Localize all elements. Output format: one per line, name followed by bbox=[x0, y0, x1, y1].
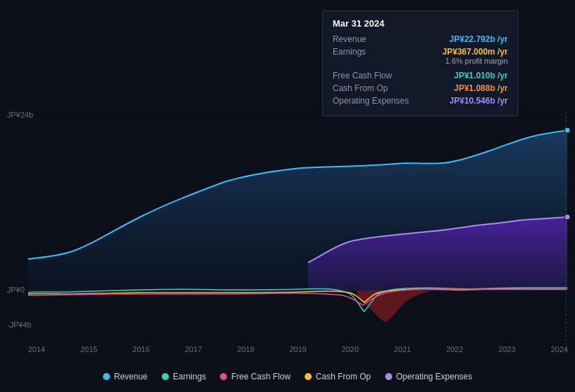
legend-item-opex[interactable]: Operating Expenses bbox=[385, 372, 473, 382]
legend-dot-revenue bbox=[103, 373, 110, 380]
y-label-zero: JP¥0 bbox=[7, 286, 25, 294]
x-label-2018: 2018 bbox=[237, 345, 254, 354]
legend-dot-fcf bbox=[220, 373, 227, 380]
legend-item-revenue[interactable]: Revenue bbox=[103, 372, 148, 382]
legend-label-opex: Operating Expenses bbox=[396, 372, 473, 382]
x-label-2016: 2016 bbox=[132, 345, 149, 354]
x-label-2019: 2019 bbox=[289, 345, 306, 354]
x-label-2014: 2014 bbox=[28, 345, 45, 354]
tooltip-value-cashop: JP¥1.088b /yr bbox=[454, 83, 508, 93]
tooltip-label-opex: Operating Expenses bbox=[333, 96, 417, 106]
legend-dot-opex bbox=[385, 373, 392, 380]
legend: Revenue Earnings Free Cash Flow Cash Fro… bbox=[0, 372, 575, 382]
legend-label-revenue: Revenue bbox=[114, 372, 148, 382]
tooltip: Mar 31 2024 Revenue JP¥22.792b /yr Earni… bbox=[322, 10, 518, 116]
tooltip-label-cashop: Cash From Op bbox=[333, 83, 417, 93]
x-label-2022: 2022 bbox=[446, 345, 463, 354]
tooltip-row-revenue: Revenue JP¥22.792b /yr bbox=[333, 34, 508, 44]
tooltip-row-cashop: Cash From Op JP¥1.088b /yr bbox=[333, 83, 508, 93]
x-label-2023: 2023 bbox=[499, 345, 515, 354]
legend-item-fcf[interactable]: Free Cash Flow bbox=[220, 372, 291, 382]
y-label-top: JP¥24b bbox=[7, 111, 33, 119]
tooltip-value-opex: JP¥10.546b /yr bbox=[450, 96, 508, 106]
tooltip-date: Mar 31 2024 bbox=[333, 18, 508, 29]
svg-point-4 bbox=[564, 127, 570, 133]
tooltip-value-fcf: JP¥1.010b /yr bbox=[454, 71, 508, 80]
tooltip-label-fcf: Free Cash Flow bbox=[333, 71, 417, 80]
tooltip-value-revenue: JP¥22.792b /yr bbox=[450, 34, 508, 44]
legend-dot-cashop bbox=[305, 373, 312, 380]
tooltip-sub-earnings: 1.6% profit margin bbox=[443, 57, 508, 65]
x-label-2024: 2024 bbox=[550, 345, 567, 354]
legend-dot-earnings bbox=[162, 373, 169, 380]
x-label-2017: 2017 bbox=[185, 345, 202, 354]
legend-item-cashop[interactable]: Cash From Op bbox=[305, 372, 371, 382]
tooltip-label-earnings: Earnings bbox=[333, 47, 417, 57]
legend-label-fcf: Free Cash Flow bbox=[231, 372, 291, 382]
tooltip-row-fcf: Free Cash Flow JP¥1.010b /yr bbox=[333, 71, 508, 80]
tooltip-value-earnings: JP¥367.000m /yr bbox=[443, 47, 508, 57]
x-label-2020: 2020 bbox=[342, 345, 359, 354]
tooltip-row-opex: Operating Expenses JP¥10.546b /yr bbox=[333, 96, 508, 106]
legend-label-earnings: Earnings bbox=[173, 372, 206, 382]
x-label-2021: 2021 bbox=[394, 345, 410, 354]
svg-point-5 bbox=[564, 214, 570, 220]
tooltip-row-earnings: Earnings JP¥367.000m /yr 1.6% profit mar… bbox=[333, 47, 508, 68]
x-axis: 2014 2015 2016 2017 2018 2019 2020 2021 … bbox=[28, 345, 568, 354]
chart-container: JP¥24b JP¥0 -JP¥4b Mar 31 2024 Revenue J… bbox=[0, 0, 575, 392]
legend-label-cashop: Cash From Op bbox=[316, 372, 371, 382]
x-label-2015: 2015 bbox=[81, 345, 97, 354]
y-label-bottom: -JP¥4b bbox=[7, 321, 32, 329]
tooltip-label-revenue: Revenue bbox=[333, 34, 417, 44]
legend-item-earnings[interactable]: Earnings bbox=[162, 372, 206, 382]
